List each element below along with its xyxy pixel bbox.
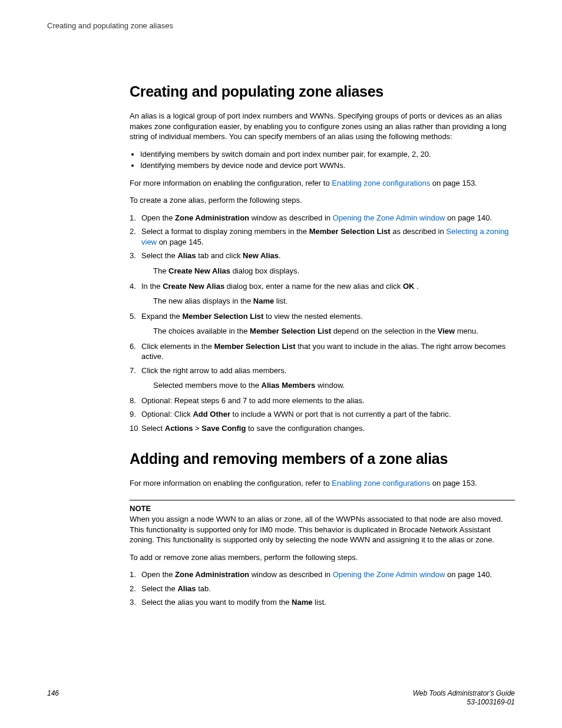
step-1: Open the Zone Administration window as d…: [130, 213, 515, 223]
note-rule: [130, 500, 515, 500]
step-7-result: Selected members move to the Alias Membe…: [153, 380, 515, 391]
intro-paragraph: An alias is a logical group of port inde…: [130, 111, 515, 142]
step-5-note: The choices available in the Member Sele…: [153, 326, 515, 337]
step-2: Select a format to display zoning member…: [130, 226, 515, 247]
running-header: Creating and populating zone aliases: [47, 21, 515, 30]
modify-alias-steps: Open the Zone Administration window as d…: [130, 569, 515, 608]
more-info-paragraph: For more information on enabling the con…: [130, 178, 515, 189]
list-item: Identifying members by switch domain and…: [140, 149, 515, 160]
step-3: Select the Alias tab and click New Alias…: [130, 251, 515, 276]
step-9: Optional: Click Add Other to include a W…: [130, 409, 515, 420]
note-block: NOTE When you assign a node WWN to an al…: [130, 504, 515, 545]
step-5: Expand the Member Selection List to view…: [130, 311, 515, 337]
doc-number: 53-1003169-01: [413, 698, 515, 707]
step-b1: Open the Zone Administration window as d…: [130, 569, 515, 580]
page-number: 146: [47, 689, 59, 697]
step-7: Click the right arrow to add alias membe…: [130, 365, 515, 391]
note-body: When you assign a node WWN to an alias o…: [130, 514, 515, 545]
lead-in-paragraph: To create a zone alias, perform the foll…: [130, 195, 515, 206]
step-b2: Select the Alias tab.: [130, 584, 515, 594]
heading-creating-aliases: Creating and populating zone aliases: [130, 83, 515, 100]
link-enabling-zone-configurations-b[interactable]: Enabling zone configurations: [332, 479, 430, 487]
note-label: NOTE: [130, 504, 515, 513]
link-opening-zone-admin[interactable]: Opening the Zone Admin window: [333, 213, 445, 222]
more-info-paragraph-b: For more information on enabling the con…: [130, 478, 515, 489]
page: Creating and populating zone aliases Cre…: [0, 0, 562, 728]
step-b3: Select the alias you want to modify from…: [130, 597, 515, 608]
step-3-result: The Create New Alias dialog box displays…: [153, 266, 515, 276]
list-item: Identifying members by device node and d…: [140, 160, 515, 171]
doc-title: Web Tools Administrator's Guide: [413, 689, 515, 698]
step-10: Select Actions > Save Config to save the…: [130, 423, 515, 434]
step-6: Click elements in the Member Selection L…: [130, 341, 515, 362]
lead-in-paragraph-b: To add or remove zone alias members, per…: [130, 552, 515, 563]
create-alias-steps: Open the Zone Administration window as d…: [130, 213, 515, 434]
link-enabling-zone-configurations[interactable]: Enabling zone configurations: [332, 179, 430, 187]
step-8: Optional: Repeat steps 6 and 7 to add mo…: [130, 396, 515, 406]
step-4-result: The new alias displays in the Name list.: [153, 296, 515, 307]
page-footer: 146 Web Tools Administrator's Guide 53-1…: [47, 689, 515, 707]
step-4: In the Create New Alias dialog box, ente…: [130, 281, 515, 307]
link-opening-zone-admin-b[interactable]: Opening the Zone Admin window: [333, 570, 445, 579]
main-content: Creating and populating zone aliases An …: [130, 83, 515, 608]
methods-list: Identifying members by switch domain and…: [130, 149, 515, 171]
heading-adding-removing-members: Adding and removing members of a zone al…: [130, 450, 515, 467]
doc-info: Web Tools Administrator's Guide 53-10031…: [413, 689, 515, 707]
